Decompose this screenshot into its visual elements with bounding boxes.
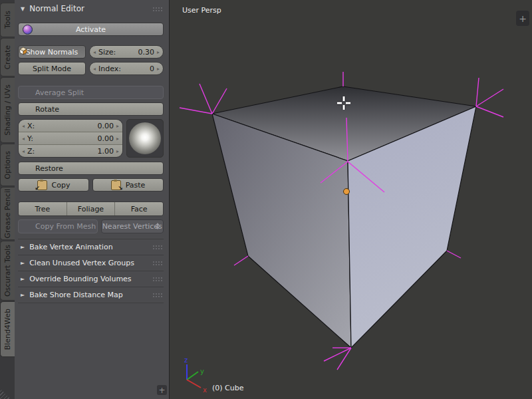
tab-tools[interactable]: Tools (0, 3, 15, 37)
z-value: 1.00 (97, 147, 114, 156)
tab-blend4web[interactable]: Blend4Web (0, 301, 15, 357)
tab-shading-uvs[interactable]: Shading / UVs (0, 77, 15, 143)
axis-gizmo: z y x (184, 356, 207, 394)
spinner-left-icon[interactable]: ◂ (22, 148, 25, 154)
panel-drag-grip-icon[interactable] (152, 7, 162, 11)
rotate-button[interactable]: Rotate (18, 102, 164, 116)
split-mode-button[interactable]: Split Mode (18, 62, 86, 75)
panel-drag-grip-icon[interactable] (152, 261, 162, 265)
cube-object[interactable] (212, 86, 476, 348)
spinner-right-icon[interactable]: ▸ (157, 49, 160, 55)
paste-button[interactable]: ↘ Paste (92, 178, 164, 192)
collapse-collapsed-icon[interactable]: ► (21, 292, 25, 298)
collapse-collapsed-icon[interactable]: ► (21, 260, 25, 266)
viewport-properties-toggle-button[interactable]: + (516, 11, 529, 26)
index-value: 0 (150, 65, 154, 73)
x-value: 0.00 (97, 122, 114, 130)
spinner-left-icon[interactable]: ◂ (22, 136, 25, 142)
blender-window: Tools Create Shading / UVs Options Greas… (0, 0, 532, 399)
copy-from-mesh-button: Copy From Mesh (18, 219, 98, 233)
panel-add-button[interactable]: + (157, 385, 167, 395)
x-field[interactable]: ◂ X: 0.00 ▸ (19, 120, 122, 132)
size-field[interactable]: ◂ Size: 0.30 ▸ (89, 45, 164, 59)
y-field[interactable]: ◂ Y: 0.00 ▸ (19, 132, 122, 144)
panel-drag-grip-icon[interactable] (152, 245, 162, 249)
viewport-3d[interactable]: z y x User Persp (0) Cube + (170, 0, 532, 399)
clipboard-copy-icon: ↙ (37, 180, 47, 190)
spinner-left-icon[interactable]: ◂ (22, 123, 25, 129)
axis-y-label: y (200, 368, 204, 375)
resize-grip-icon[interactable] (0, 388, 11, 399)
z-field[interactable]: ◂ Z: 1.00 ▸ (19, 144, 122, 157)
spinner-left-icon[interactable]: ◂ (93, 66, 96, 72)
tab-create[interactable]: Create (0, 38, 15, 76)
section-clean-unused-vertex-groups[interactable]: ► Clean Unused Vertex Groups (18, 255, 164, 271)
axis-x-label: x (203, 386, 207, 394)
activate-button[interactable]: Activate (18, 23, 164, 36)
restore-button[interactable]: Restore (18, 162, 164, 175)
dropdown-arrows-icon (156, 223, 160, 229)
spinner-left-icon[interactable]: ◂ (93, 49, 96, 55)
spinner-right-icon[interactable]: ▸ (116, 123, 119, 129)
axis-x-line (187, 380, 201, 388)
object-origin-dot (344, 189, 350, 195)
tree-button[interactable]: Tree (19, 202, 66, 215)
cube-icon (19, 46, 28, 55)
normal-direction-sphere[interactable] (126, 119, 164, 158)
axis-z-label: z (184, 356, 188, 364)
normal-editor-panel: ▼ Normal Editor Activate Show Normals ◂ … (15, 0, 170, 399)
view-mode-label: User Persp (182, 6, 221, 15)
section-bake-shore-distance-map[interactable]: ► Bake Shore Distance Map (18, 287, 164, 303)
tab-oscurart-tools[interactable]: Oscurart Tools (0, 241, 15, 301)
nearest-vertices-dropdown[interactable]: Nearest Vertices (101, 219, 164, 233)
index-field[interactable]: ◂ Index: 0 ▸ (89, 62, 164, 75)
spinner-right-icon[interactable]: ▸ (116, 148, 119, 154)
y-value: 0.00 (97, 134, 114, 143)
tab-options[interactable]: Options (0, 144, 15, 186)
clipboard-paste-icon: ↘ (111, 180, 121, 190)
collapse-expanded-icon[interactable]: ▼ (21, 6, 25, 12)
preset-button-group: Tree Foliage Face (18, 201, 164, 216)
collapse-collapsed-icon[interactable]: ► (21, 244, 25, 250)
spinner-right-icon[interactable]: ▸ (157, 66, 160, 72)
tool-tab-strip: Tools Create Shading / UVs Options Greas… (0, 0, 15, 399)
collapsed-sections: ► Bake Vertex Animation ► Clean Unused V… (18, 239, 164, 303)
foliage-button[interactable]: Foliage (66, 202, 115, 215)
active-object-label: (0) Cube (212, 384, 243, 392)
normal-vector-fields: ◂ X: 0.00 ▸ ◂ Y: 0.00 ▸ ◂ Z: 1.00 ▸ (18, 119, 123, 158)
face-button[interactable]: Face (114, 202, 163, 215)
panel-title: Normal Editor (29, 4, 84, 13)
section-override-bounding-volumes[interactable]: ► Override Bounding Volumes (18, 271, 164, 287)
size-value: 0.30 (138, 48, 154, 57)
tab-grease-pencil[interactable]: Grease Pencil (0, 187, 15, 240)
panel-header[interactable]: ▼ Normal Editor (18, 3, 164, 15)
addon-orb-icon (23, 25, 33, 35)
direction-ball-icon (129, 122, 161, 154)
collapse-collapsed-icon[interactable]: ► (21, 276, 25, 282)
average-split-button: Average Split (18, 86, 164, 99)
copy-button[interactable]: ↙ Copy (18, 178, 89, 192)
axis-y-line (187, 372, 198, 380)
panel-drag-grip-icon[interactable] (152, 277, 162, 281)
panel-drag-grip-icon[interactable] (152, 293, 162, 297)
viewport-scene[interactable]: z y x (170, 0, 532, 399)
section-bake-vertex-animation[interactable]: ► Bake Vertex Animation (18, 239, 164, 255)
show-normals-toggle[interactable]: Show Normals (18, 45, 86, 59)
spinner-right-icon[interactable]: ▸ (116, 136, 119, 142)
